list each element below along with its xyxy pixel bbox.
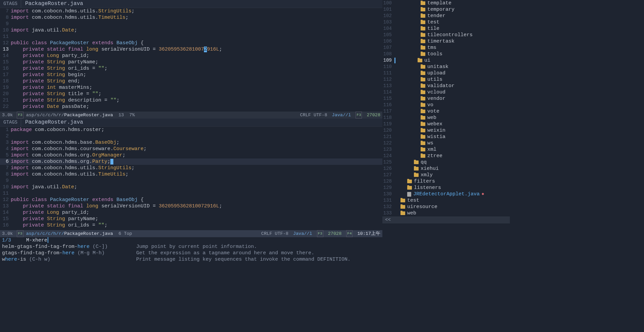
tree-folder[interactable]: 102tender: [382, 13, 510, 19]
folder-icon: [421, 78, 425, 81]
tree-folder[interactable]: 133web: [382, 210, 510, 216]
tree-folder[interactable]: 117vote: [382, 108, 510, 115]
tree-folder[interactable]: 128filters: [382, 178, 510, 185]
tree-folder[interactable]: 101temporary: [382, 6, 510, 13]
tree-file[interactable]: 130JREdetectorApplet.java◆: [382, 191, 510, 197]
code-line[interactable]: 1package com.cobocn.hdms.roster;: [0, 127, 382, 133]
filename-tab-2[interactable]: PackageRoster.java: [21, 119, 87, 126]
tree-item-name: web: [427, 115, 436, 121]
code-line[interactable]: 9: [0, 21, 382, 27]
tree-folder[interactable]: 119webex: [382, 121, 510, 127]
tree-folder[interactable]: 105tilecontrollers: [382, 32, 510, 38]
tree-folder[interactable]: 109ui: [382, 57, 510, 64]
tree-folder[interactable]: 118web: [382, 115, 510, 121]
line-number-gutter: 21: [0, 97, 11, 104]
tree-folder[interactable]: 127xmly: [382, 172, 510, 178]
tree-item-name: tms: [427, 45, 436, 51]
tree-line-number: 116: [382, 102, 394, 108]
tree-folder[interactable]: 122ws: [382, 140, 510, 146]
code-line[interactable]: 6import com.cobocn.hdms.org.Party;: [0, 158, 382, 165]
code-line[interactable]: 3import com.cobocn.hdms.base.BaseObj;: [0, 139, 382, 146]
code-pane-2[interactable]: 1package com.cobocn.hdms.roster;23import…: [0, 127, 382, 230]
code-content: private String partyName;: [11, 59, 98, 65]
code-line[interactable]: 4import com.cobocn.hdms.courseware.Cours…: [0, 146, 382, 152]
tree-folder[interactable]: 125qq: [382, 159, 510, 165]
tree-folder[interactable]: 124ztree: [382, 153, 510, 159]
helm-candidate[interactable]: where-is (C-h w)Print message listing ke…: [0, 256, 382, 263]
helm-candidate[interactable]: gtags-find-tag-from-here (M-g M-h)Get th…: [0, 250, 382, 256]
code-line[interactable]: 21 private String description = "";: [0, 97, 382, 104]
helm-candidate[interactable]: helm-gtags-find-tag-from-here (C-])Jump …: [0, 244, 382, 250]
tree-folder[interactable]: 131test: [382, 197, 510, 204]
code-line[interactable]: 13 private static final long serialVersi…: [0, 46, 382, 53]
code-line[interactable]: 8import com.cobocn.hdms.utils.TimeUtils;: [0, 14, 382, 21]
buffer-basename-2: PackageRoster.java: [64, 230, 113, 237]
tree-folder[interactable]: 129listeners: [382, 185, 510, 191]
filename-tab[interactable]: PackageRoster.java: [21, 0, 87, 8]
tree-line-number: 105: [382, 32, 394, 38]
tree-folder[interactable]: 104tile: [382, 25, 510, 32]
code-pane-1[interactable]: 7import com.cobocn.hdms.utils.StringUtil…: [0, 8, 382, 112]
line-number-gutter: 3: [0, 139, 11, 146]
code-line[interactable]: 5import com.cobocn.hdms.org.OrgManager;: [0, 152, 382, 158]
code-line[interactable]: 16 private String ori_ids = "";: [0, 65, 382, 72]
code-content: import com.cobocn.hdms.utils.StringUtils…: [11, 8, 135, 14]
tree-folder[interactable]: 108tools: [382, 51, 510, 57]
code-line[interactable]: 11: [0, 34, 382, 40]
line-number-gutter: 16: [0, 222, 11, 228]
file-tree-sidebar[interactable]: 100template101temporary102tender103test1…: [382, 0, 510, 263]
code-line[interactable]: 12public class PackageRoster extends Bas…: [0, 40, 382, 46]
code-line[interactable]: 13 private static final long serialVersi…: [0, 203, 382, 209]
code-line[interactable]: 15 private String partyName;: [0, 59, 382, 65]
minibuffer-prompt: M-x: [26, 237, 35, 244]
tree-folder[interactable]: 116vo: [382, 102, 510, 108]
code-line[interactable]: 10import java.util.Date;: [0, 27, 382, 34]
folder-icon: [421, 1, 425, 5]
tree-folder[interactable]: 121wistia: [382, 134, 510, 140]
tree-folder[interactable]: 112utils: [382, 76, 510, 83]
line-number-gutter: 10: [0, 27, 11, 34]
code-line[interactable]: 18 private String end;: [0, 78, 382, 84]
tree-folder[interactable]: 115vendor: [382, 95, 510, 102]
folder-icon: [421, 154, 425, 158]
tree-item-name: temporary: [427, 6, 454, 13]
code-line[interactable]: 7import com.cobocn.hdms.utils.StringUtil…: [0, 8, 382, 14]
tree-folder[interactable]: 113validator: [382, 83, 510, 89]
tree-folder[interactable]: 111upload: [382, 70, 510, 76]
code-line[interactable]: 20 private String title = "";: [0, 91, 382, 97]
tree-line-number: 123: [382, 146, 394, 153]
code-line[interactable]: 11: [0, 190, 382, 197]
gtags-tab[interactable]: GTAGS: [0, 0, 21, 8]
tree-folder[interactable]: 100template: [382, 0, 510, 6]
code-line[interactable]: 9: [0, 178, 382, 184]
tree-folder[interactable]: 123xml: [382, 146, 510, 153]
tree-folder[interactable]: 120weixin: [382, 127, 510, 134]
tree-folder[interactable]: 110unitask: [382, 64, 510, 70]
code-line[interactable]: 10import java.util.Date;: [0, 184, 382, 190]
tree-folder[interactable]: 126xiehui: [382, 165, 510, 172]
tree-folder[interactable]: 107tms: [382, 45, 510, 51]
minibuffer-input[interactable]: here: [35, 237, 47, 244]
code-line[interactable]: 8import com.cobocn.hdms.utils.TimeUtils;: [0, 171, 382, 178]
folder-icon: [421, 71, 425, 75]
code-line[interactable]: 2: [0, 133, 382, 139]
tree-folder[interactable]: 106timertask: [382, 38, 510, 45]
code-line[interactable]: 22 private Date passDate;: [0, 104, 382, 110]
code-line[interactable]: 12public class PackageRoster extends Bas…: [0, 197, 382, 203]
gtags-tab-2[interactable]: GTAGS: [0, 119, 21, 126]
folder-icon: [421, 20, 425, 24]
code-line[interactable]: 7import com.cobocn.hdms.utils.StringUtil…: [0, 165, 382, 171]
code-line[interactable]: 15 private String partyName;: [0, 216, 382, 222]
code-line[interactable]: 19 private int masterMins;: [0, 84, 382, 91]
modeline-pane2: 3.0k F3 asp/s/c/c/h/r/PackageRoster.java…: [0, 230, 382, 237]
tree-folder[interactable]: 132uiresource: [382, 204, 510, 210]
tree-folder[interactable]: 103test: [382, 19, 510, 25]
code-line[interactable]: 14 private Long party_id;: [0, 53, 382, 59]
tree-folder[interactable]: 114vcloud: [382, 89, 510, 95]
minibuffer[interactable]: 1/3 M-x here helm-gtags-find-tag-from-he…: [0, 237, 382, 263]
code-line[interactable]: 16 private String ori_ids = "";: [0, 222, 382, 228]
code-line[interactable]: 14 private Long party_id;: [0, 209, 382, 216]
file-icon: [407, 192, 411, 197]
code-line[interactable]: 17 private String begin;: [0, 72, 382, 78]
candidate-command: helm-gtags-find-tag-from-here (C-]): [2, 244, 136, 250]
